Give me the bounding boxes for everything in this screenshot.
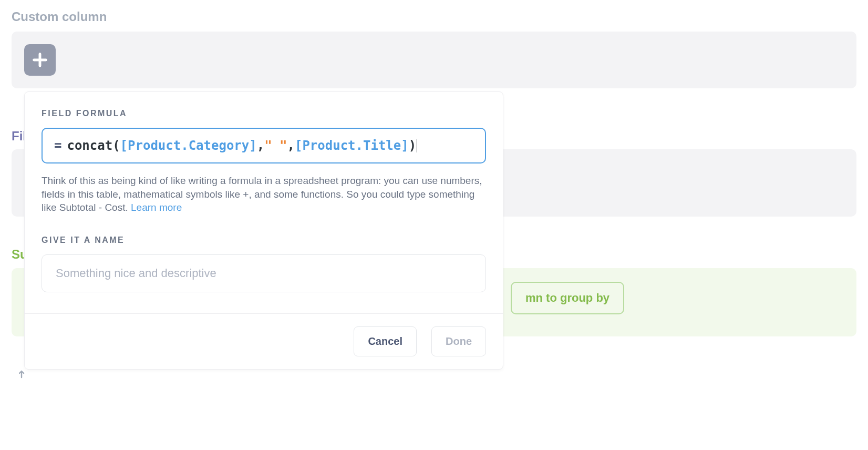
group-by-pill[interactable]: mn to group by [511,282,624,314]
formula-input[interactable]: = concat ( [Product.Category] , " " , [P… [42,128,486,163]
formula-comma-1: , [257,138,264,153]
sort-icon[interactable] [19,369,29,383]
formula-label: FIELD FORMULA [42,109,486,118]
formula-open-paren: ( [112,138,120,153]
formula-field-2: [Product.Title] [295,138,409,153]
formula-help-text: Think of this as being kind of like writ… [42,174,486,214]
formula-close-paren: ) [409,138,416,153]
formula-field-1: [Product.Category] [120,138,257,153]
learn-more-link[interactable]: Learn more [131,202,182,213]
name-label: GIVE IT A NAME [42,236,486,245]
text-cursor [417,139,417,152]
done-button[interactable]: Done [431,326,486,356]
help-text-body: Think of this as being kind of like writ… [42,175,482,213]
formula-equals: = [54,138,61,153]
column-name-input[interactable] [42,254,486,292]
formula-dialog: FIELD FORMULA = concat ( [Product.Catego… [24,91,503,370]
formula-function: concat [67,138,112,153]
add-custom-column-button[interactable] [24,44,56,76]
cancel-button[interactable]: Cancel [354,326,417,356]
formula-comma-2: , [287,138,295,153]
formula-string-literal: " " [264,138,287,153]
custom-column-title: Custom column [12,9,856,24]
custom-column-panel [12,32,856,88]
plus-icon [31,51,49,69]
